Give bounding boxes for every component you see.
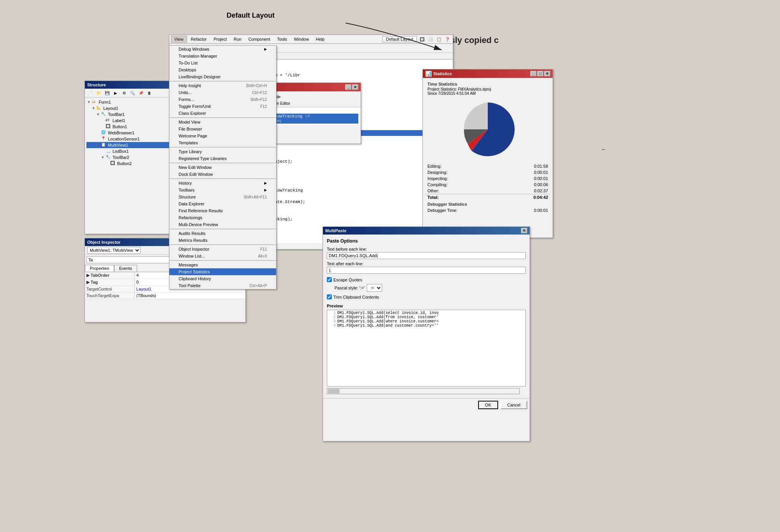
inspector-component-select[interactable]: MultiView1: TMultiView [87,247,141,254]
menu-translation-manager[interactable]: Translation Manager [169,53,276,59]
preview-line-2: 2 DM1.FDQuery1.SQL.Add(from invoice, cus… [328,315,525,319]
menu-help-insight[interactable]: Help InsightShift+Ctrl+H [169,82,276,89]
stats-annotation: ← [601,146,606,152]
tab-events[interactable]: Events [114,265,137,272]
prop-touchtarget: TouchTargetExpa (TBounds) [85,292,245,299]
prop-targetcontrol-name: TargetControl [85,286,135,292]
clipboard-min-btn[interactable]: _ [345,84,351,90]
menu-forms[interactable]: Forms...Shift+F12 [169,96,276,103]
menu-object-inspector[interactable]: Object InspectorF11 [169,246,276,253]
prop-touchtarget-value[interactable]: (TBounds) [135,292,245,299]
menu-toggle-form-unit[interactable]: Toggle Form/UnitF12 [169,103,276,110]
tb-s2[interactable]: 📁 [95,89,103,96]
text-before-group: Text before each line: [327,247,526,259]
pascal-style-select[interactable]: := = [367,284,382,292]
tb-s5[interactable]: ⚙ [120,89,128,96]
main-menubar: View Refactor Project Run Component Tool… [169,35,453,44]
menu-metrics[interactable]: Metrics Results [169,237,276,244]
menu-units[interactable]: Units...Ctrl+F12 [169,89,276,96]
menu-type-library[interactable]: Type Library [169,148,276,155]
trim-checkbox[interactable] [327,294,332,299]
menu-help[interactable]: Help [313,36,328,42]
menu-dock-edit-window[interactable]: Dock Edit Window [169,171,276,178]
preview-line-3: 3 DM1.FDQuery1.SQL.Add(where invoice.cus… [328,319,525,324]
tb-s8[interactable]: 🗑 [146,89,153,96]
toolbar-icon-3[interactable]: 📋 [435,36,443,43]
menu-multi-device[interactable]: Multi-Device Preview [169,221,276,228]
menu-toolbars[interactable]: Toolbars▶ [169,187,276,193]
menu-structure[interactable]: StructureShift+Alt+F11 [169,193,276,200]
menu-find-reference[interactable]: Find Reference Results [169,207,276,214]
separator-2 [169,117,276,118]
menu-project-statistics[interactable]: Project Statistics [169,268,276,275]
menu-file-browser[interactable]: File Browser [169,126,276,132]
escape-quotes-label: Escape Quotes [333,278,362,282]
escape-quotes-checkbox[interactable] [327,277,332,282]
clipboard-close-btn[interactable]: ✕ [352,84,358,90]
menu-class-explorer[interactable]: Class Explorer [169,110,276,117]
menu-component[interactable]: Component [245,36,273,42]
menu-new-edit-window[interactable]: New Edit Window [169,164,276,171]
tb-s7[interactable]: 📌 [137,89,145,96]
toolbar-icon-1[interactable]: 🔲 [418,36,426,43]
stats-row-editing: Editing:0:01:58 [425,163,550,169]
menu-welcome-page[interactable]: Welcome Page [169,132,276,139]
separator-1 [169,81,276,81]
menu-model-view[interactable]: Model View [169,119,276,126]
preview-line-1: 1 DM1.FDQuery1.SQL.Add(select invoice.id… [328,311,525,315]
stats-close-btn[interactable]: ✕ [544,71,550,76]
menu-debug-windows[interactable]: Debug Windows▶ [169,46,276,53]
menu-window[interactable]: Window [291,36,312,42]
menu-todo-list[interactable]: To-Do List [169,59,276,66]
multipaste-footer: OK Cancel [323,398,530,411]
h-scrollbar[interactable] [327,388,520,394]
ok-button[interactable]: OK [478,401,498,409]
stats-row-debugger: Debugger Time:0:00:01 [425,207,550,213]
toolbar-icon-2[interactable]: ⬜ [427,36,434,43]
stats-max-btn[interactable]: □ [537,71,543,76]
menu-window-list[interactable]: Window List...Alt+0 [169,253,276,259]
separator-8 [169,260,276,261]
menu-clipboard-history[interactable]: Clipboard History [169,275,276,282]
menu-history[interactable]: History▶ [169,180,276,187]
cancel-button[interactable]: Cancel [500,401,527,409]
separator-6 [169,229,276,229]
text-before-label: Text before each line: [327,247,526,251]
stats-since: Since 7/29/2015 4:51:04 AM [425,91,550,96]
menu-registered-type-libs[interactable]: Registered Type Libraries [169,155,276,162]
menu-templates[interactable]: Templates [169,139,276,146]
menu-view[interactable]: View [171,36,187,43]
toolbar-icon-4[interactable]: ❓ [444,36,451,43]
statistics-window: 📊 Statistics _ □ ✕ Time Statistics Proje… [422,69,553,238]
menu-run[interactable]: Run [230,36,244,42]
stats-row-compiling: Compiling:0:00:06 [425,182,550,188]
preview-area[interactable]: 1 DM1.FDQuery1.SQL.Add(select invoice.id… [327,310,526,387]
menu-project[interactable]: Project [210,36,230,42]
tb-s6[interactable]: 🔍 [129,89,136,96]
separator-7 [169,245,276,245]
inspector-title: Object Inspector [87,240,121,245]
escape-quotes-row: Escape Quotes [327,276,526,283]
menu-messages[interactable]: Messages [169,261,276,268]
menu-desktops[interactable]: Desktops [169,66,276,73]
menu-livebindings[interactable]: LiveBindings Designer [169,73,276,80]
tb-s1[interactable]: 📄 [86,89,94,96]
stats-min-btn[interactable]: _ [530,71,537,76]
text-before-input[interactable] [327,252,526,259]
multipaste-title: MultiPaste [325,228,346,233]
multipaste-close-btn[interactable]: ✕ [521,228,527,233]
menu-audits[interactable]: Audits Results [169,230,276,237]
tab-properties[interactable]: Properties [85,265,114,272]
stats-row-designing: Designing:0:00:01 [425,169,550,175]
tb-s3[interactable]: 💾 [103,89,111,96]
menu-refactor[interactable]: Refactor [188,36,210,42]
layout-selector[interactable]: Default Layout [383,36,417,42]
text-after-input[interactable] [327,267,526,274]
menu-tool-palette[interactable]: Tool PaletteCtrl+Alt+P [169,282,276,289]
menu-tools[interactable]: Tools [274,36,290,42]
text-after-label: Text after each line: [327,261,526,266]
menu-data-explorer[interactable]: Data Explorer [169,200,276,207]
multipaste-content: Paste Options Text before each line: Tex… [323,235,530,398]
tb-s4[interactable]: ▶ [112,89,119,96]
menu-refactorings[interactable]: Refactorings [169,214,276,221]
